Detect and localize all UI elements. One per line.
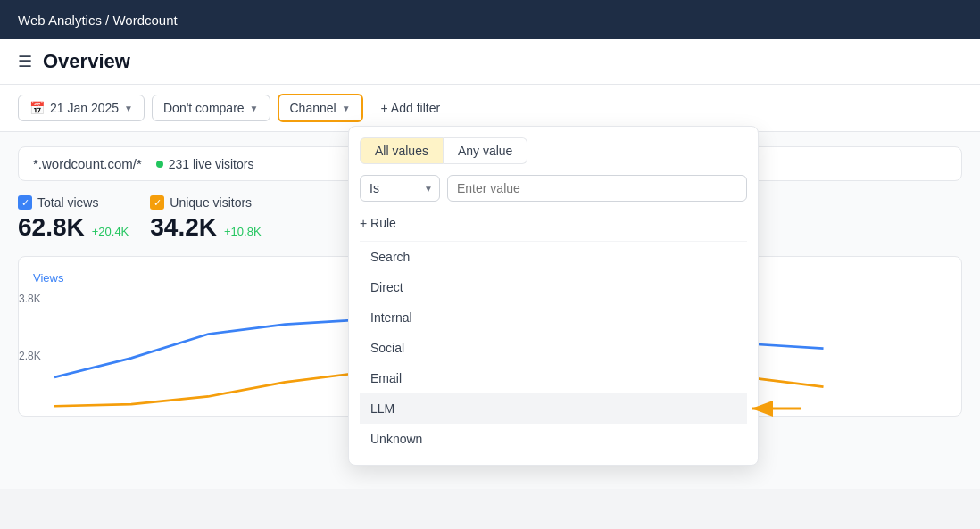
date-filter-label: 21 Jan 2025 (50, 101, 119, 115)
total-views-value: 62.8K (18, 213, 85, 242)
add-filter-button[interactable]: + Add filter (370, 95, 452, 120)
llm-arrow-annotation (743, 393, 805, 425)
total-views-delta: +20.4K (92, 225, 129, 238)
chart-y-label-low: 2.8K (19, 350, 41, 362)
calendar-icon: 📅 (29, 101, 45, 115)
channel-chevron-icon: ▼ (342, 103, 351, 113)
breadcrumb: Web Analytics / Wordcount (18, 12, 178, 28)
channel-dropdown-panel: All values Any value Is ▼ + Rule Search (348, 126, 759, 466)
menu-icon[interactable]: ☰ (18, 52, 32, 71)
channel-filter-label: Channel (290, 101, 336, 115)
page-title: Overview (43, 50, 130, 73)
compare-filter-button[interactable]: Don't compare ▼ (152, 95, 270, 121)
filters-bar: 📅 21 Jan 2025 ▼ Don't compare ▼ Channel … (0, 85, 980, 132)
chart-y-label-high: 3.8K (19, 293, 41, 305)
unique-visitors-delta: +10.8K (224, 225, 262, 238)
site-name: *.wordcount.com/* (33, 156, 142, 171)
channel-option-social[interactable]: Social (360, 333, 747, 363)
unique-visitors-value-row: 34.2K +10.8K (150, 213, 261, 242)
add-filter-label: + Add filter (381, 101, 441, 115)
condition-select-wrapper: Is ▼ (360, 175, 440, 202)
channel-options-list: Search Direct Internal Social Email LLM (360, 241, 747, 454)
live-visitors: 231 live visitors (156, 157, 254, 171)
unique-visitors-value: 34.2K (150, 213, 217, 242)
tab-all-values[interactable]: All values (360, 137, 444, 164)
add-rule-button[interactable]: + Rule (360, 212, 396, 234)
total-views-value-row: 62.8K +20.4K (18, 213, 129, 242)
compare-chevron-icon: ▼ (250, 103, 259, 113)
channel-option-email[interactable]: Email (360, 363, 747, 393)
condition-select[interactable]: Is (360, 175, 440, 202)
date-chevron-icon: ▼ (124, 103, 133, 113)
channel-option-unknown[interactable]: Unknown (360, 424, 747, 454)
add-rule-label: + Rule (360, 216, 396, 230)
date-filter-button[interactable]: 📅 21 Jan 2025 ▼ (18, 95, 145, 121)
stat-unique-visitors-header: ✓ Unique visitors (150, 195, 261, 210)
filter-condition-row: Is ▼ (360, 175, 747, 202)
total-views-label: Total views (37, 195, 98, 210)
channel-option-llm[interactable]: LLM (360, 393, 747, 424)
channel-filter-button[interactable]: Channel ▼ (278, 94, 363, 122)
stat-total-views-header: ✓ Total views (18, 195, 129, 210)
chart-y-labels: 3.8K 2.8K (19, 293, 41, 362)
dropdown-tabs: All values Any value (360, 137, 747, 164)
compare-filter-label: Don't compare (163, 101, 245, 115)
channel-option-internal[interactable]: Internal (360, 302, 747, 333)
total-views-checkbox[interactable]: ✓ (18, 195, 32, 210)
live-dot-icon (156, 161, 163, 168)
page-header: ☰ Overview (0, 39, 980, 85)
top-nav: Web Analytics / Wordcount (0, 0, 980, 39)
unique-visitors-checkbox[interactable]: ✓ (150, 195, 164, 210)
channel-option-direct[interactable]: Direct (360, 272, 747, 302)
stat-unique-visitors: ✓ Unique visitors 34.2K +10.8K (150, 195, 261, 242)
stat-total-views: ✓ Total views 62.8K +20.4K (18, 195, 129, 242)
channel-option-search[interactable]: Search (360, 242, 747, 272)
tab-any-value[interactable]: Any value (444, 137, 527, 164)
unique-visitors-label: Unique visitors (170, 195, 252, 210)
value-input[interactable] (447, 175, 747, 202)
